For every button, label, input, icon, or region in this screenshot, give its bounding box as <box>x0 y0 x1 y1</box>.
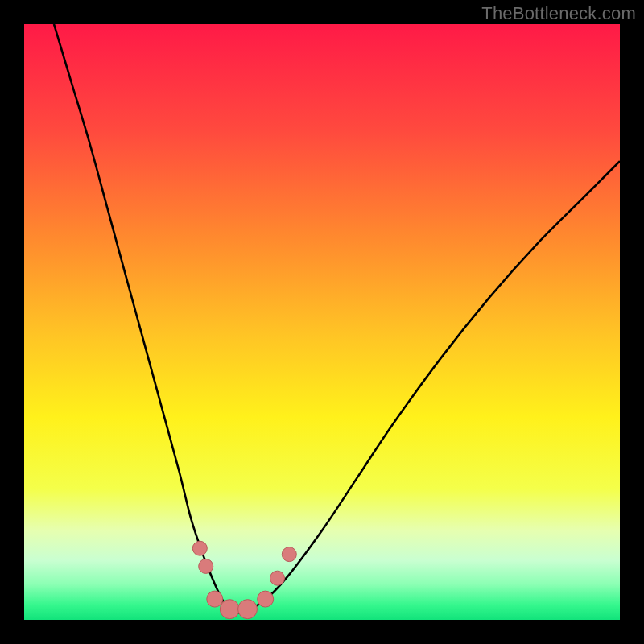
heat-gradient-background <box>24 24 620 620</box>
chart-frame: TheBottleneck.com <box>0 0 644 644</box>
plot-area <box>24 24 620 620</box>
svg-rect-0 <box>24 24 620 620</box>
watermark-text: TheBottleneck.com <box>481 3 636 24</box>
